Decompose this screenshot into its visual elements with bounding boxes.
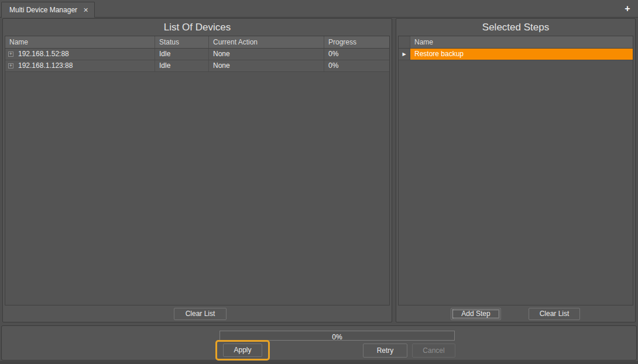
device-status: Idle	[155, 60, 209, 71]
steps-panel: Selected Steps Name ▶ Restore backup Add…	[396, 18, 636, 322]
steps-table: Name ▶ Restore backup	[398, 36, 633, 305]
device-row[interactable]: + 192.168.1.123:88 Idle None 0%	[5, 60, 389, 72]
footer-bar: 0% Apply Retry Cancel	[1, 325, 637, 360]
device-status: Idle	[155, 49, 209, 60]
expand-icon[interactable]: +	[8, 63, 13, 68]
devices-button-row: Clear List	[3, 308, 392, 321]
column-header-current-action[interactable]: Current Action	[209, 36, 324, 48]
row-indicator-cell: ▶	[399, 49, 410, 60]
column-header-progress[interactable]: Progress	[324, 36, 389, 48]
device-name-cell: + 192.168.1.52:88	[5, 49, 155, 60]
step-name: Restore backup	[410, 49, 633, 60]
step-row[interactable]: ▶ Restore backup	[399, 49, 633, 60]
new-tab-button[interactable]: +	[622, 3, 633, 15]
overall-progress-bar: 0%	[219, 331, 455, 341]
steps-table-header: Name	[399, 36, 633, 49]
apply-highlight-annotation: Apply	[215, 340, 270, 360]
devices-clear-list-button[interactable]: Clear List	[174, 308, 227, 320]
tab-multi-device-manager[interactable]: Multi Device Manager ✕	[1, 2, 95, 18]
multi-device-manager-window: Multi Device Manager ✕ + List Of Devices…	[0, 0, 638, 364]
add-step-button[interactable]: Add Step	[451, 308, 501, 320]
device-name-cell: + 192.168.1.123:88	[5, 60, 155, 71]
current-row-icon: ▶	[402, 52, 406, 57]
cancel-button[interactable]: Cancel	[412, 344, 455, 358]
devices-panel-title: List Of Devices	[3, 19, 392, 35]
window-bottom-edge	[0, 361, 638, 364]
devices-table-header: Name Status Current Action Progress	[5, 36, 389, 49]
steps-clear-list-button[interactable]: Clear List	[529, 308, 580, 320]
column-header-name[interactable]: Name	[5, 36, 155, 48]
device-progress: 0%	[324, 49, 389, 60]
plus-icon: +	[625, 4, 630, 13]
device-current-action: None	[209, 49, 324, 60]
steps-button-row: Add Step Clear List	[396, 308, 635, 321]
tab-bar: Multi Device Manager ✕ +	[0, 0, 638, 18]
device-row[interactable]: + 192.168.1.52:88 Idle None 0%	[5, 49, 389, 60]
column-header-step-name[interactable]: Name	[410, 36, 633, 48]
device-name: 192.168.1.52:88	[18, 49, 69, 60]
device-progress: 0%	[324, 60, 389, 71]
retry-button[interactable]: Retry	[363, 344, 407, 358]
device-name: 192.168.1.123:88	[18, 60, 73, 71]
devices-table: Name Status Current Action Progress + 19…	[5, 36, 390, 305]
device-current-action: None	[209, 60, 324, 71]
progress-value: 0%	[332, 333, 342, 341]
column-header-status[interactable]: Status	[155, 36, 209, 48]
tab-title: Multi Device Manager	[9, 6, 77, 14]
expand-icon[interactable]: +	[8, 51, 13, 57]
steps-panel-title: Selected Steps	[396, 19, 635, 35]
close-icon[interactable]: ✕	[83, 6, 88, 14]
devices-panel: List Of Devices Name Status Current Acti…	[2, 18, 392, 322]
row-indicator-header	[399, 36, 410, 48]
apply-button[interactable]: Apply	[223, 344, 262, 357]
